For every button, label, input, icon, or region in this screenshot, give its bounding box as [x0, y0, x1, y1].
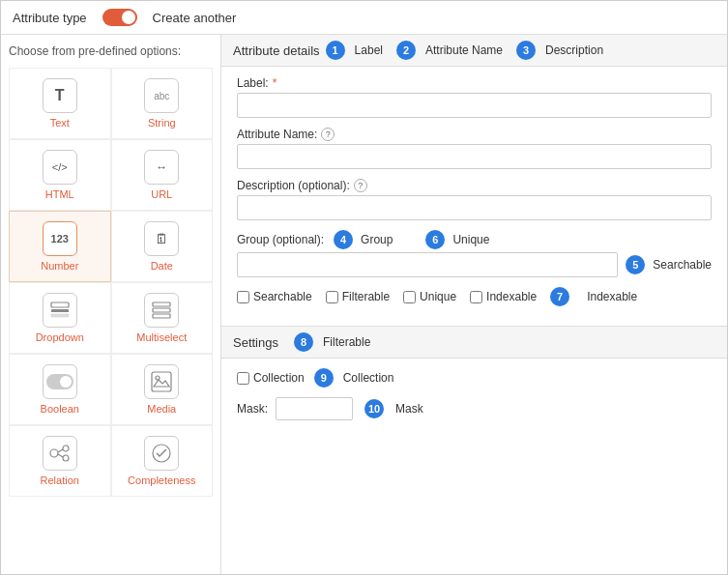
attr-name-input[interactable] — [237, 144, 712, 169]
description-input[interactable] — [237, 195, 712, 220]
annotation-8-bubble: 8 — [294, 332, 313, 352]
url-label: URL — [151, 188, 172, 200]
type-cell-multiselect[interactable]: Multiselect — [111, 282, 214, 354]
svg-point-11 — [63, 446, 69, 451]
completeness-label: Completeness — [128, 474, 195, 486]
indexable-checkbox-label[interactable]: Indexable — [470, 290, 537, 303]
create-another-label: Create another — [153, 11, 237, 25]
multiselect-label: Multiselect — [136, 331, 187, 343]
text-label: Text — [50, 117, 70, 129]
type-cell-completeness[interactable]: Completeness — [111, 425, 214, 497]
svg-point-8 — [156, 376, 160, 380]
searchable-label-text: Searchable — [253, 290, 312, 303]
description-form-row: Description (optional): ? — [237, 179, 712, 220]
unique-label-text: Unique — [420, 290, 456, 303]
type-grid: T Text abc String </> HTML ↔ URL — [9, 68, 213, 497]
right-panel: Attribute details 1 Label 2 Attribute Na… — [221, 35, 727, 574]
attr-name-form-row: Attribute Name: ? — [237, 128, 712, 169]
svg-point-7 — [60, 376, 72, 388]
create-another-toggle[interactable] — [102, 9, 137, 26]
svg-rect-2 — [51, 314, 69, 317]
boolean-label: Boolean — [41, 403, 79, 415]
annotation-9-bubble: 9 — [314, 368, 334, 388]
collection-checkbox[interactable] — [237, 372, 249, 385]
type-cell-string[interactable]: abc String — [111, 68, 214, 139]
attribute-type-label: Attribute type — [13, 11, 87, 25]
string-icon: abc — [144, 78, 179, 113]
settings-header: Settings 8 Filterable — [221, 326, 727, 359]
group-input[interactable] — [237, 252, 618, 277]
annotation-9-label: Collection — [343, 371, 394, 385]
type-cell-media[interactable]: Media — [111, 354, 214, 425]
label-form-row: Label: * — [237, 76, 712, 118]
relation-label: Relation — [41, 474, 79, 486]
attribute-details-header: Attribute details 1 Label 2 Attribute Na… — [221, 35, 727, 67]
unique-checkbox-label[interactable]: Unique — [403, 290, 456, 303]
relation-icon — [43, 436, 77, 471]
attr-name-help-icon[interactable]: ? — [321, 128, 335, 141]
attribute-details-label: Attribute details — [233, 43, 320, 58]
attr-name-text: Attribute Name: — [237, 128, 317, 141]
description-text: Description (optional): — [237, 179, 350, 192]
annotation-5-label: Searchable — [653, 258, 712, 272]
multiselect-icon — [144, 293, 179, 328]
number-icon: 123 — [43, 221, 77, 256]
type-cell-number[interactable]: 123 Number — [9, 211, 111, 282]
type-cell-url[interactable]: ↔ URL — [111, 139, 214, 211]
group-label-text: Group (optional): — [237, 233, 324, 246]
annotation-10-label: Mask — [395, 402, 423, 416]
date-icon: 🗓 — [144, 221, 179, 256]
type-cell-date[interactable]: 🗓 Date — [111, 211, 214, 282]
annotation-6-label: Unique — [452, 233, 489, 246]
collection-checkbox-label[interactable]: Collection — [237, 371, 305, 385]
filterable-checkbox-label[interactable]: Filterable — [326, 290, 390, 303]
group-form-label: Group (optional): 4 Group 6 Unique — [237, 230, 712, 249]
annotation-1-bubble: 1 — [326, 41, 345, 60]
top-bar: Attribute type Create another — [1, 1, 727, 35]
annotation-4-bubble: 4 — [334, 230, 353, 249]
searchable-checkbox[interactable] — [237, 291, 249, 303]
html-icon: </> — [43, 150, 77, 185]
svg-rect-0 — [51, 302, 69, 307]
annotation-2-bubble: 2 — [396, 41, 416, 60]
filterable-checkbox[interactable] — [326, 291, 338, 303]
unique-checkbox[interactable] — [403, 291, 416, 303]
settings-body: Collection 9 Collection Mask: 10 Mask — [221, 359, 727, 430]
annotation-4-label: Group — [361, 233, 393, 246]
description-help-icon[interactable]: ? — [354, 179, 367, 192]
annotation-8-label: Filterable — [323, 335, 370, 349]
filterable-label-text: Filterable — [342, 290, 390, 303]
checkboxes-row: Searchable Filterable Unique — [237, 287, 712, 306]
type-cell-boolean[interactable]: Boolean — [9, 354, 111, 425]
media-label: Media — [147, 403, 176, 415]
label-form-label: Label: * — [237, 76, 712, 90]
attr-name-form-label: Attribute Name: ? — [237, 128, 712, 141]
settings-label: Settings — [233, 335, 278, 350]
annotation-7-label: Indexable — [587, 290, 637, 303]
svg-point-12 — [63, 455, 69, 461]
boolean-icon — [43, 364, 77, 399]
type-cell-relation[interactable]: Relation — [9, 425, 111, 497]
collection-label-text: Collection — [253, 371, 305, 385]
mask-input[interactable] — [276, 397, 353, 420]
svg-rect-9 — [152, 372, 171, 391]
choose-label: Choose from pre-defined options: — [9, 44, 213, 58]
annotation-10-bubble: 10 — [364, 399, 384, 418]
dropdown-label: Dropdown — [36, 331, 84, 343]
indexable-checkbox[interactable] — [470, 291, 482, 303]
description-form-label: Description (optional): ? — [237, 179, 712, 192]
svg-rect-1 — [51, 309, 69, 312]
mask-row: Mask: 10 Mask — [237, 397, 712, 420]
type-cell-text[interactable]: T Text — [9, 68, 111, 139]
label-text: Label: — [237, 76, 269, 90]
svg-rect-3 — [153, 302, 170, 306]
date-label: Date — [151, 260, 173, 272]
annotation-5-bubble: 5 — [626, 255, 645, 274]
media-icon — [144, 364, 179, 399]
type-cell-dropdown[interactable]: Dropdown — [9, 282, 111, 354]
searchable-checkbox-label[interactable]: Searchable — [237, 290, 312, 303]
label-input[interactable] — [237, 93, 712, 118]
text-icon: T — [43, 78, 77, 113]
svg-rect-4 — [153, 308, 170, 312]
type-cell-html[interactable]: </> HTML — [9, 139, 111, 211]
